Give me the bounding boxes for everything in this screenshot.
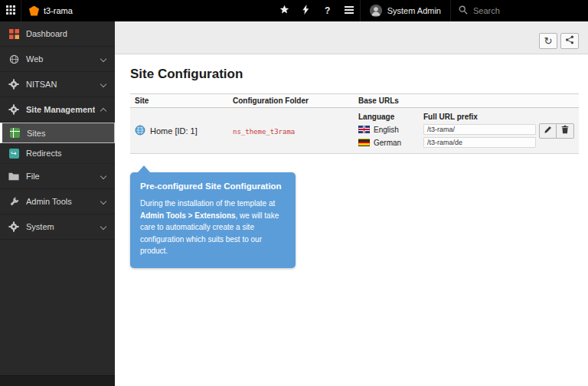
sidebar-item-label: Web <box>26 54 95 64</box>
actions-cell <box>536 123 574 139</box>
pencil-icon <box>544 125 552 136</box>
base-urls-cell: Language Full URL prefix English /t3-ram… <box>358 111 536 150</box>
language-name: German <box>374 139 401 147</box>
module-list-button[interactable] <box>338 0 360 21</box>
delete-button[interactable] <box>557 123 574 139</box>
language-cell: English <box>358 126 423 134</box>
sidebar-item-sites[interactable]: Sites <box>0 123 115 143</box>
sidebar-item-site-management[interactable]: Site Management <box>0 97 115 123</box>
sidebar-item-admin-tools[interactable]: Admin Tools <box>0 189 115 214</box>
callout-title: Pre-configured Site Configuration <box>140 182 286 191</box>
sidebar-item-label: NITSAN <box>26 80 95 89</box>
sidebar-item-dashboard[interactable]: Dashboard <box>0 21 115 47</box>
site-cell: Home [ID: 1] <box>135 125 233 137</box>
config-folder-value: ns_theme_t3rama <box>233 128 295 136</box>
topbar: t3-rama ? System Admin <box>0 0 588 21</box>
share-button[interactable] <box>560 33 579 49</box>
bookmark-button[interactable] <box>274 0 296 21</box>
sidebar-item-label: Admin Tools <box>26 197 95 206</box>
sidebar-item-label: Dashboard <box>26 29 109 38</box>
content: Site Configuration Site Configuration Fo… <box>115 54 588 268</box>
gear-icon <box>8 78 20 90</box>
list-icon <box>345 5 354 17</box>
callout-body: During the installation of the template … <box>140 198 286 257</box>
language-table-header: Language Full URL prefix <box>358 113 536 121</box>
flag-english-icon <box>358 126 370 133</box>
chevron-up-icon <box>100 108 106 114</box>
chevron-down-icon <box>100 198 106 204</box>
sidebar-item-redirects[interactable]: ↪ Redirects <box>0 143 115 164</box>
apps-grid-icon <box>6 5 15 17</box>
globe-icon <box>135 125 145 137</box>
star-icon <box>279 5 289 17</box>
info-callout: Pre-configured Site Configuration During… <box>130 172 296 268</box>
sidebar-item-nitsan[interactable]: NITSAN <box>0 72 115 97</box>
chevron-down-icon <box>100 81 106 87</box>
topbar-search[interactable] <box>450 0 588 21</box>
table-row: Home [ID: 1] ns_theme_t3rama Language Fu… <box>130 108 579 154</box>
redirects-icon: ↪ <box>8 147 20 159</box>
brand-name: t3-rama <box>44 6 73 15</box>
search-icon <box>459 5 468 16</box>
help-button[interactable]: ? <box>317 0 338 21</box>
edit-button[interactable] <box>539 123 557 139</box>
flag-german-icon <box>358 139 370 146</box>
language-col-header: Language <box>358 113 423 121</box>
sidebar: Dashboard Web NITSAN Site Management <box>0 21 115 386</box>
main-area: ↻ Site Configuration Site Configuration … <box>115 21 588 386</box>
user-menu[interactable]: System Admin <box>360 0 450 21</box>
chevron-down-icon <box>100 224 106 230</box>
sidebar-item-label: Site Management <box>26 105 95 114</box>
col-header-site: Site <box>135 96 233 105</box>
trash-icon <box>561 125 569 136</box>
sidebar-item-label: Sites <box>27 129 108 138</box>
language-cell: German <box>358 139 423 147</box>
col-header-config-folder: Configuration Folder <box>233 96 358 105</box>
language-row-german: German /t3-rama/de <box>358 137 536 148</box>
chevron-down-icon <box>100 173 106 179</box>
url-prefix-field: /t3-rama/de <box>423 137 536 148</box>
help-icon: ? <box>325 5 330 16</box>
search-input[interactable] <box>473 6 573 15</box>
url-prefix-field: /t3-rama/ <box>423 124 536 135</box>
url-prefix-col-header: Full URL prefix <box>423 113 478 121</box>
wrench-icon <box>8 195 20 208</box>
sidebar-item-label: System <box>26 222 95 231</box>
typo3-logo-icon <box>29 6 39 16</box>
dashboard-icon <box>8 28 20 40</box>
topbar-right: ? System Admin <box>274 0 588 21</box>
module-grid-button[interactable] <box>0 0 21 21</box>
chevron-down-icon <box>100 56 106 62</box>
sidebar-collapse-bar[interactable] <box>0 375 115 386</box>
gear-icon <box>8 221 20 233</box>
web-icon <box>8 53 20 65</box>
config-folder-cell: ns_theme_t3rama <box>233 126 358 136</box>
site-name: Home [ID: 1] <box>150 126 198 136</box>
avatar <box>370 5 382 17</box>
language-row-english: English /t3-rama/ <box>358 124 536 135</box>
sidebar-item-label: File <box>26 172 95 181</box>
page-title: Site Configuration <box>130 67 579 82</box>
folder-icon <box>8 170 20 182</box>
language-name: English <box>374 126 399 134</box>
brand[interactable]: t3-rama <box>21 0 80 21</box>
clear-cache-button[interactable] <box>296 0 317 21</box>
site-config-table: Site Configuration Folder Base URLs Home… <box>130 93 579 154</box>
callout-body-text: During the installation of the template … <box>140 199 275 208</box>
sidebar-item-system[interactable]: System <box>0 214 115 240</box>
bolt-icon <box>302 5 310 17</box>
user-name: System Admin <box>387 6 441 15</box>
row-action-group <box>539 123 574 139</box>
table-header-row: Site Configuration Folder Base URLs <box>130 94 579 108</box>
sidebar-item-label: Redirects <box>26 149 109 158</box>
sidebar-item-file[interactable]: File <box>0 164 115 189</box>
refresh-button[interactable]: ↻ <box>539 33 557 49</box>
col-header-base-urls: Base URLs <box>358 96 536 105</box>
docheader: ↻ <box>115 21 588 54</box>
sidebar-item-web[interactable]: Web <box>0 47 115 72</box>
callout-arrow <box>138 165 150 172</box>
refresh-icon: ↻ <box>544 36 553 46</box>
sites-icon <box>8 127 21 139</box>
site-management-icon <box>8 103 20 116</box>
app-shell: Dashboard Web NITSAN Site Management <box>0 21 588 386</box>
